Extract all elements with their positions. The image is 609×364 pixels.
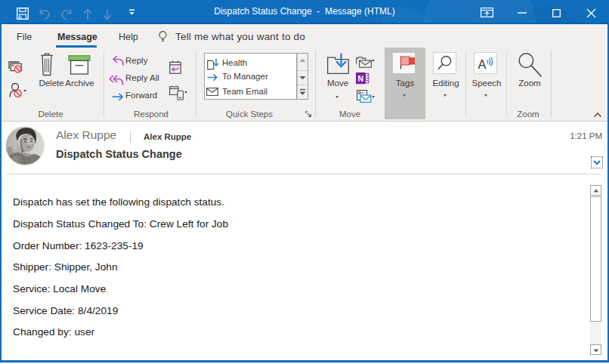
svg-text:N: N: [358, 74, 364, 83]
svg-text:A: A: [478, 57, 487, 71]
